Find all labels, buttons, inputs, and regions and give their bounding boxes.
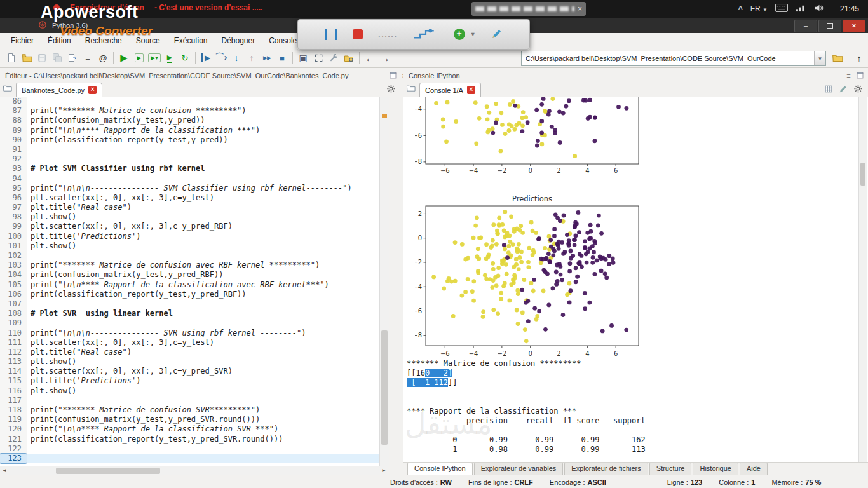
rerun-cell-icon[interactable]: ↻: [177, 50, 193, 65]
code-line-93[interactable]: 93# Plot SVM Classifier using rbf kernel: [0, 164, 379, 173]
code-line-96[interactable]: 96plt.scatter(xx[:, 0], xx[:, 3],c=y_tes…: [0, 193, 379, 203]
menu-item-2[interactable]: Recherche: [78, 34, 129, 47]
outline-explorer-icon[interactable]: ≡: [80, 50, 95, 65]
code-line-86[interactable]: 86: [0, 97, 379, 106]
bottom-tab-4[interactable]: Historique: [693, 463, 738, 475]
console-vertical-scrollbar[interactable]: [858, 97, 867, 462]
code-line-120[interactable]: 120print("\n\n**** Rapport de la classif…: [0, 424, 379, 434]
console-tab-1a[interactable]: Console 1/A ×: [419, 83, 481, 97]
stop-recording-icon[interactable]: [353, 29, 363, 39]
debug-file-icon[interactable]: ▶: [198, 50, 214, 65]
maximize-button[interactable]: [818, 20, 841, 32]
step-out-icon[interactable]: ↑: [244, 50, 259, 65]
browse-tabs-icon[interactable]: [3, 83, 12, 95]
menu-item-5[interactable]: Déboguer: [214, 34, 262, 47]
bottom-tab-2[interactable]: Explorateur de fichiers: [564, 463, 648, 475]
close-tab-icon[interactable]: ×: [467, 86, 475, 94]
code-line-109[interactable]: 109: [0, 318, 379, 328]
code-line-118[interactable]: 118print("******* Matrice de confusion S…: [0, 405, 379, 415]
menu-item-0[interactable]: Fichier: [4, 34, 41, 47]
code-line-95[interactable]: 95print("\n\n\n--------------- SVM Class…: [0, 184, 379, 193]
close-tab-icon[interactable]: ×: [88, 86, 97, 94]
keyboard-icon[interactable]: [775, 4, 788, 14]
code-line-121[interactable]: 121print(classification_report(y_test,y_…: [0, 435, 379, 444]
code-line-113[interactable]: 113plt.show(): [0, 357, 379, 367]
scroll-right-arrow[interactable]: ►: [379, 466, 388, 475]
code-line-97[interactable]: 97plt.title("Real case"): [0, 203, 379, 212]
code-line-107[interactable]: 107: [0, 299, 379, 309]
preferences-icon[interactable]: [326, 50, 341, 65]
code-line-112[interactable]: 112plt.title("Real case"): [0, 348, 379, 357]
code-line-114[interactable]: 114plt.scatter(xx[:, 0], xx[:, 3],c=y_pr…: [0, 367, 379, 376]
step-into-icon[interactable]: ↓: [229, 50, 244, 65]
save-all-icon[interactable]: [50, 50, 65, 65]
working-directory-combobox[interactable]: C:\Users\packard bell\Desktop\SVM_Presen…: [521, 51, 826, 66]
code-line-108[interactable]: 108# Plot SVR using linear kernel: [0, 309, 379, 318]
browse-directory-icon[interactable]: [830, 50, 845, 65]
python-path-manager-icon[interactable]: [341, 50, 356, 65]
code-line-119[interactable]: 119print(confusion_matrix(y_test,y_pred_…: [0, 415, 379, 424]
code-line-99[interactable]: 99plt.scatter(xx[:, 0], xx[:, 3],c=y_pre…: [0, 222, 379, 231]
run-file-icon[interactable]: ▶: [116, 50, 132, 65]
console-gear-icon[interactable]: [853, 84, 863, 95]
code-line-89[interactable]: 89print("\n\n**** Rapport de la classifi…: [0, 126, 379, 135]
symbol-finder-icon[interactable]: @: [95, 50, 111, 65]
pause-recording-icon[interactable]: [325, 29, 337, 40]
editor-horizontal-scrollbar[interactable]: ◄ ►: [0, 466, 388, 475]
console-body[interactable]: −6−4−20246−4−6−8 Predictions−6−4−2024620…: [403, 97, 868, 462]
code-line-91[interactable]: 91: [0, 145, 379, 154]
code-line-122[interactable]: 122: [0, 444, 379, 454]
add-webcam-icon[interactable]: +: [454, 29, 465, 40]
bottom-tab-5[interactable]: Aide: [740, 463, 768, 475]
scrollbar-thumb[interactable]: [860, 163, 865, 186]
code-line-101[interactable]: 101plt.show(): [0, 241, 379, 251]
step-over-icon[interactable]: ⌒›: [214, 50, 229, 65]
continue-execution-icon[interactable]: ▶▶: [259, 50, 275, 65]
audio-level-icon[interactable]: [413, 27, 438, 42]
console-options-icon[interactable]: ≡: [846, 72, 850, 79]
code-line-123[interactable]: 123: [0, 454, 379, 463]
code-editor[interactable]: 86 87print("******* Matrice de confusion…: [0, 97, 379, 466]
console-output[interactable]: ******* Matrice de confusion *********[[…: [407, 359, 646, 454]
new-file-icon[interactable]: [4, 50, 19, 65]
code-line-88[interactable]: 88print(confusion_matrix(y_test,y_pred)): [0, 116, 379, 125]
stop-debug-icon[interactable]: ■: [275, 50, 290, 65]
minimize-button[interactable]: –: [794, 20, 817, 32]
code-line-110[interactable]: 110print("\n\n\n--------------- SVR usin…: [0, 329, 379, 338]
code-line-111[interactable]: 111plt.scatter(xx[:, 0], xx[:, 3],c=y_te…: [0, 338, 379, 348]
code-line-103[interactable]: 103print("******* Matrice de confusion a…: [0, 261, 379, 270]
chevron-down-icon[interactable]: ▼: [814, 51, 825, 65]
maximize-pane-icon[interactable]: ▣: [295, 50, 311, 65]
back-icon[interactable]: ←: [362, 50, 377, 65]
blurred-notification[interactable]: ×: [471, 2, 586, 16]
code-line-94[interactable]: 94: [0, 174, 379, 184]
code-line-117[interactable]: 117: [0, 396, 379, 405]
run-cell-icon[interactable]: ▶: [132, 50, 147, 65]
bottom-tab-0[interactable]: Console IPython: [407, 463, 473, 475]
volume-icon[interactable]: [814, 4, 824, 14]
browse-tabs-icon[interactable]: [406, 83, 416, 95]
network-icon[interactable]: [796, 4, 806, 14]
menu-item-1[interactable]: Édition: [41, 34, 78, 47]
notification-close-icon[interactable]: ×: [578, 4, 582, 13]
parent-directory-icon[interactable]: ↑: [851, 50, 867, 65]
variable-grid-icon[interactable]: [824, 85, 833, 95]
code-line-87[interactable]: 87print("******* Matrice de confusion **…: [0, 106, 379, 116]
menu-item-4[interactable]: Exécution: [167, 34, 215, 47]
run-cell-advance-icon[interactable]: ▶▾: [147, 50, 162, 65]
language-indicator[interactable]: FR ▼: [750, 4, 768, 13]
close-button[interactable]: ×: [843, 20, 865, 32]
code-line-116[interactable]: 116plt.show(): [0, 386, 379, 396]
menu-item-3[interactable]: Source: [129, 34, 167, 47]
save-file-icon[interactable]: [34, 50, 50, 65]
code-line-104[interactable]: 104print(confusion_matrix(y_test,y_pred_…: [0, 270, 379, 280]
code-line-98[interactable]: 98plt.show(): [0, 212, 379, 222]
code-line-106[interactable]: 106print(classification_report(y_test,y_…: [0, 290, 379, 299]
editor-options-gear-icon[interactable]: [386, 84, 396, 95]
forward-icon[interactable]: →: [377, 50, 393, 65]
code-line-90[interactable]: 90print(classification_report(y_test,y_p…: [0, 135, 379, 145]
undock-pane-icon[interactable]: [389, 71, 397, 81]
open-file-icon[interactable]: [19, 50, 34, 65]
bottom-tab-1[interactable]: Explorateur de variables: [474, 463, 564, 475]
hidden-icons-chevron[interactable]: ^: [738, 4, 743, 13]
